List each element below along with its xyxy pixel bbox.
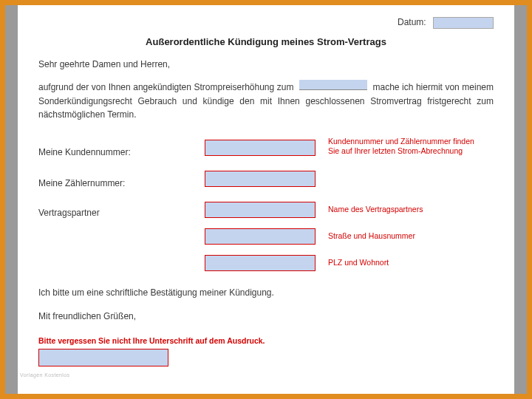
confirmation-line: Ich bitte um eine schriftliche Bestätigu… [38,287,494,298]
document-frame: Datum: Außerordentliche Kündigung meines… [0,0,532,399]
body-paragraph: aufgrund der von Ihnen angekündigten Str… [38,80,494,122]
partner-name-field[interactable] [205,202,316,218]
signature-field[interactable] [38,349,168,366]
salutation: Sehr geehrte Damen und Herren, [38,59,494,69]
label-contract-partner: Vertragspartner [38,208,100,218]
hint-numbers: Kundennummer und Zählernummer finden Sie… [328,137,476,157]
signature-hint: Bitte vergessen Sie nicht Ihre Unterschr… [38,336,494,347]
customer-number-field[interactable] [205,140,316,156]
price-increase-date-field[interactable] [299,80,367,90]
partner-city-field[interactable] [205,255,316,271]
hint-partner-name: Name des Vertragspartners [328,205,476,215]
body-before: aufgrund der von Ihnen angekündigten Str… [38,82,293,92]
document-content: Datum: Außerordentliche Kündigung meines… [18,5,514,394]
date-field[interactable] [433,17,494,29]
label-meter-number: Meine Zählernummer: [38,178,125,188]
page-shadow-right [514,5,527,394]
partner-street-field[interactable] [205,228,316,245]
date-label: Datum: [398,17,426,27]
hint-city: PLZ und Wohnort [328,258,476,268]
label-customer-number: Meine Kundennummer: [38,147,131,157]
hint-street: Straße und Hausnummer [328,231,476,242]
page-title: Außerordentliche Kündigung meines Strom-… [38,36,494,47]
closing-line: Mit freundlichen Grüßen, [38,311,494,321]
meter-number-field[interactable] [205,171,316,187]
date-row: Datum: [38,17,494,29]
fields-block: Meine Kundennummer: Meine Zählernummer: … [38,135,494,283]
page-shadow-left [5,5,18,394]
watermark: Vorlagen Kostenlos [20,372,70,378]
